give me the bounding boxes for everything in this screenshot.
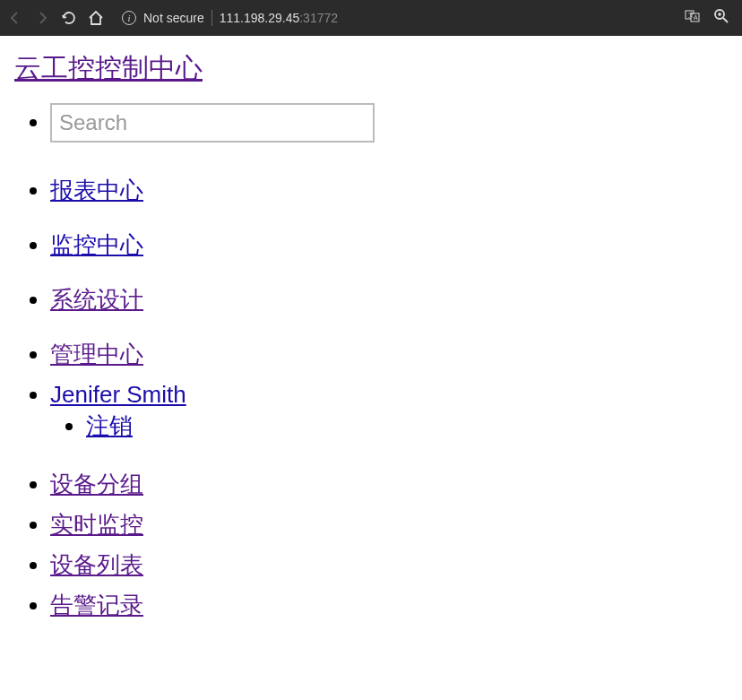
zoom-button[interactable]	[713, 8, 729, 28]
nav-report-center[interactable]: 报表中心	[50, 177, 143, 203]
browser-toolbar: i Not secure 111.198.29.45:31772 文A	[0, 0, 742, 36]
nav-device-list[interactable]: 设备列表	[50, 551, 143, 578]
list-item: 实时监控	[50, 509, 728, 540]
reload-icon	[61, 10, 77, 26]
search-input[interactable]	[50, 103, 375, 143]
nav-device-group[interactable]: 设备分组	[50, 471, 143, 497]
nav-realtime-monitor[interactable]: 实时监控	[50, 511, 143, 538]
arrow-right-icon	[35, 11, 49, 25]
separator	[211, 10, 212, 26]
back-button[interactable]	[7, 10, 23, 26]
svg-text:A: A	[694, 14, 698, 21]
url-host: 111.198.29.45:31772	[220, 11, 338, 25]
user-link[interactable]: Jenifer Smith	[50, 381, 186, 408]
nav-system-design[interactable]: 系统设计	[50, 286, 143, 313]
reload-button[interactable]	[61, 10, 77, 26]
translate-button[interactable]: 文A	[685, 8, 701, 28]
security-status: Not secure	[143, 11, 204, 25]
list-item: Jenifer Smith 注销	[50, 381, 728, 442]
svg-line-5	[723, 18, 728, 22]
page-body: 云工控控制中心 报表中心 监控中心 系统设计 管理中心 Jenifer Smit…	[0, 36, 742, 644]
list-item: 系统设计	[50, 284, 728, 315]
toolbar-right: 文A	[685, 8, 729, 28]
nav-secondary: 设备分组 实时监控 设备列表 告警记录	[14, 469, 728, 621]
list-item: 设备分组	[50, 469, 728, 500]
user-submenu: 注销	[50, 410, 728, 442]
list-item: 监控中心	[50, 229, 728, 261]
list-item: 注销	[86, 410, 728, 442]
address-bar[interactable]: i Not secure 111.198.29.45:31772	[122, 10, 674, 26]
brand-link[interactable]: 云工控控制中心	[14, 53, 203, 82]
search-item	[50, 103, 728, 143]
nav-alarm-log[interactable]: 告警记录	[50, 592, 143, 618]
home-button[interactable]	[88, 10, 104, 26]
arrow-left-icon	[8, 11, 22, 25]
home-icon	[88, 10, 104, 26]
info-icon[interactable]: i	[122, 11, 136, 25]
nav-admin-user: 管理中心 Jenifer Smith 注销	[14, 339, 728, 442]
zoom-icon	[713, 8, 729, 24]
nav-admin-center[interactable]: 管理中心	[50, 341, 143, 367]
nav-list	[14, 103, 728, 143]
translate-icon: 文A	[685, 8, 701, 24]
logout-link[interactable]: 注销	[86, 412, 133, 439]
forward-button[interactable]	[34, 10, 50, 26]
list-item: 设备列表	[50, 549, 728, 581]
list-item: 管理中心	[50, 339, 728, 370]
nav-primary: 报表中心 监控中心 系统设计	[14, 175, 728, 315]
list-item: 报表中心	[50, 175, 728, 206]
list-item: 告警记录	[50, 590, 728, 621]
nav-monitor-center[interactable]: 监控中心	[50, 231, 143, 258]
